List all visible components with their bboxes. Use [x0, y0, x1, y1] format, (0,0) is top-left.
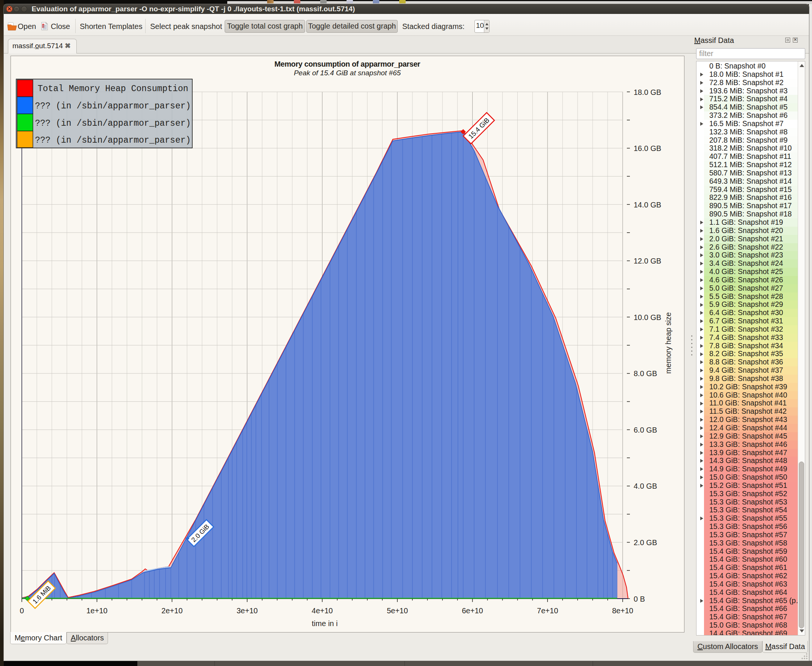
svg-text:7e+10: 7e+10 — [537, 607, 558, 615]
svg-text:time in i: time in i — [312, 619, 338, 628]
svg-text:0: 0 — [20, 607, 24, 615]
svg-text:8.0 GB: 8.0 GB — [634, 369, 657, 378]
svg-text:6e+10: 6e+10 — [462, 607, 483, 615]
svg-text:10.0 GB: 10.0 GB — [634, 313, 661, 321]
svg-text:12.0 GB: 12.0 GB — [634, 257, 661, 265]
svg-text:4.0 GB: 4.0 GB — [634, 482, 657, 490]
svg-text:2e+10: 2e+10 — [161, 607, 182, 615]
svg-text:??? (in /sbin/apparmor_parser): ??? (in /sbin/apparmor_parser) — [35, 101, 191, 111]
svg-text:0 B: 0 B — [634, 595, 645, 603]
svg-text:2.0 GB: 2.0 GB — [634, 538, 657, 547]
svg-text:3e+10: 3e+10 — [237, 607, 258, 615]
svg-text:14.0 GB: 14.0 GB — [634, 201, 661, 209]
svg-text:5e+10: 5e+10 — [387, 607, 408, 615]
svg-text:Peak of 15.4 GiB at snapshot #: Peak of 15.4 GiB at snapshot #65 — [294, 69, 401, 77]
svg-text:1e+10: 1e+10 — [87, 607, 108, 615]
svg-text:Total Memory Heap Consumption: Total Memory Heap Consumption — [38, 84, 188, 94]
svg-text:4e+10: 4e+10 — [312, 607, 333, 615]
svg-text:18.0 GB: 18.0 GB — [634, 88, 661, 96]
svg-text:16.0 GB: 16.0 GB — [634, 144, 661, 152]
svg-text:memory heap size: memory heap size — [664, 312, 672, 373]
svg-text:??? (in /sbin/apparmor_parser): ??? (in /sbin/apparmor_parser) — [35, 135, 191, 145]
svg-text:8e+10: 8e+10 — [612, 607, 633, 615]
svg-text:??? (in /sbin/apparmor_parser): ??? (in /sbin/apparmor_parser) — [35, 119, 191, 129]
svg-text:6.0 GB: 6.0 GB — [634, 426, 657, 434]
svg-text:Memory consumption of apparmor: Memory consumption of apparmor_parser — [274, 60, 420, 68]
